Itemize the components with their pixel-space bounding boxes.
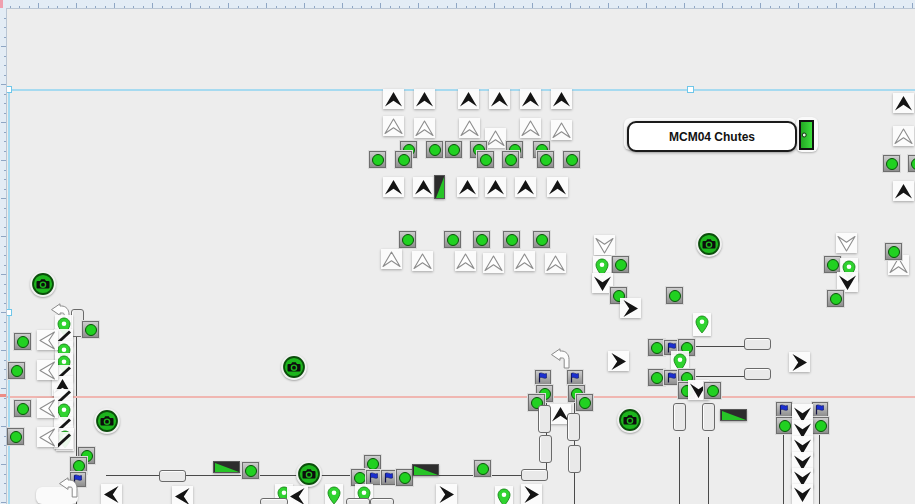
status-green-icon[interactable] — [445, 141, 462, 158]
camera-green-icon[interactable] — [696, 231, 722, 257]
flag-blue-icon[interactable] — [366, 470, 382, 485]
chevron-right-black-icon[interactable] — [436, 484, 457, 504]
chevron-up-black-icon[interactable] — [515, 177, 536, 197]
status-green-icon[interactable] — [477, 151, 494, 168]
status-green-icon[interactable] — [399, 231, 416, 248]
gauge-v-icon[interactable] — [434, 175, 445, 199]
chevron-up-white-icon[interactable] — [383, 116, 404, 136]
conveyor-segment[interactable] — [539, 435, 552, 463]
status-green-icon[interactable] — [8, 362, 25, 379]
flag-blue-icon[interactable] — [776, 402, 792, 417]
conveyor-segment[interactable] — [567, 413, 580, 441]
chute-group-label[interactable]: MCM04 Chutes — [627, 121, 797, 152]
status-green-icon[interactable] — [883, 155, 900, 172]
status-green-icon[interactable] — [563, 151, 580, 168]
conveyor-segment[interactable] — [260, 498, 288, 504]
turn-arrow-icon[interactable] — [58, 477, 80, 499]
chevron-down-white-icon[interactable] — [594, 235, 615, 255]
status-green-icon[interactable] — [812, 417, 829, 434]
status-green-icon[interactable] — [444, 231, 461, 248]
camera-green-icon[interactable] — [30, 271, 56, 297]
camera-green-icon[interactable] — [617, 407, 643, 433]
chevron-up-black-icon[interactable] — [551, 89, 572, 109]
chevron-left-white-icon[interactable] — [37, 330, 58, 350]
flag-blue-icon[interactable] — [812, 402, 828, 417]
status-green-icon[interactable] — [648, 369, 665, 386]
status-green-icon[interactable] — [395, 151, 412, 168]
camera-green-icon[interactable] — [94, 408, 120, 434]
status-green-icon[interactable] — [704, 382, 721, 399]
gauge-h-icon[interactable] — [213, 461, 240, 473]
status-green-icon[interactable] — [824, 256, 841, 273]
chevron-up-white-icon[interactable] — [893, 126, 914, 146]
status-green-icon[interactable] — [242, 462, 259, 479]
pin-green-icon[interactable] — [495, 486, 513, 504]
chevron-left-white-icon[interactable] — [37, 398, 58, 418]
chevron-up-black-icon[interactable] — [485, 177, 506, 197]
conveyor-segment[interactable] — [744, 338, 771, 350]
gauge-h-icon[interactable] — [412, 464, 439, 476]
chevron-up-black-icon[interactable] — [383, 177, 404, 197]
camera-green-icon[interactable] — [281, 354, 307, 380]
chevron-up-black-icon[interactable] — [457, 177, 478, 197]
status-green-icon[interactable] — [576, 394, 593, 411]
chevron-up-black-icon[interactable] — [458, 89, 479, 109]
status-green-icon[interactable] — [648, 339, 665, 356]
turn-arrow-icon[interactable] — [550, 348, 572, 370]
chevron-left-white-icon[interactable] — [37, 427, 58, 447]
status-green-icon[interactable] — [827, 290, 844, 307]
status-green-icon[interactable] — [885, 243, 902, 260]
pin-green-icon[interactable] — [693, 313, 711, 336]
status-green-icon[interactable] — [503, 231, 520, 248]
chevron-up-white-icon[interactable] — [520, 118, 541, 138]
chevron-up-black-icon[interactable] — [893, 93, 914, 113]
chevron-up-white-icon[interactable] — [412, 251, 433, 271]
status-green-icon[interactable] — [533, 231, 550, 248]
chevron-up-white-icon[interactable] — [459, 118, 480, 138]
conveyor-segment[interactable] — [568, 445, 581, 473]
chevron-left-black-icon[interactable] — [287, 486, 308, 504]
status-green-icon[interactable] — [82, 321, 99, 338]
conveyor-segment[interactable] — [521, 469, 548, 481]
flag-blue-icon[interactable] — [535, 370, 551, 385]
status-green-icon[interactable] — [396, 469, 413, 486]
chevron-right-black-icon[interactable] — [521, 484, 542, 504]
chevron-up-white-icon[interactable] — [551, 120, 572, 140]
status-green-icon[interactable] — [908, 155, 915, 172]
conveyor-segment[interactable] — [346, 498, 370, 504]
door-green-icon[interactable] — [799, 120, 814, 150]
chevron-up-black-icon[interactable] — [383, 89, 404, 109]
conveyor-segment[interactable] — [673, 403, 686, 431]
status-green-icon[interactable] — [426, 141, 443, 158]
gauge-h-icon[interactable] — [720, 409, 747, 421]
status-green-icon[interactable] — [473, 231, 490, 248]
status-green-icon[interactable] — [776, 417, 793, 434]
chevron-left-black-icon[interactable] — [101, 484, 122, 504]
chevron-up-black-icon[interactable] — [520, 89, 541, 109]
chevron-up-white-icon[interactable] — [414, 118, 435, 138]
chevron-up-white-icon[interactable] — [485, 128, 506, 148]
chevron-down-black-icon[interactable] — [837, 272, 858, 292]
chevron-up-white-icon[interactable] — [545, 253, 566, 273]
camera-green-icon[interactable] — [296, 461, 322, 487]
chevron-left-white-icon[interactable] — [37, 360, 58, 380]
chevron-up-white-icon[interactable] — [455, 251, 476, 271]
chevron-down-white-icon[interactable] — [836, 233, 857, 253]
status-green-icon[interactable] — [14, 333, 31, 350]
conveyor-segment[interactable] — [159, 470, 186, 482]
chevron-up-white-icon[interactable] — [381, 249, 402, 269]
chevron-up-black-icon[interactable] — [893, 181, 914, 201]
chevron-right-black-icon[interactable] — [789, 352, 810, 372]
status-green-icon[interactable] — [14, 400, 31, 417]
chevron-up-black-icon[interactable] — [413, 177, 434, 197]
chevron-up-black-icon[interactable] — [547, 177, 568, 197]
chevron-right-black-icon[interactable] — [608, 351, 629, 371]
chevron-down-black-icon[interactable] — [792, 484, 813, 504]
conveyor-segment[interactable] — [744, 368, 771, 380]
status-green-icon[interactable] — [7, 428, 24, 445]
chevron-left-black-icon[interactable] — [172, 486, 193, 504]
status-green-icon[interactable] — [474, 460, 491, 477]
chevron-up-black-icon[interactable] — [414, 89, 435, 109]
flag-blue-icon[interactable] — [567, 370, 583, 385]
flag-blue-icon[interactable] — [381, 470, 397, 485]
